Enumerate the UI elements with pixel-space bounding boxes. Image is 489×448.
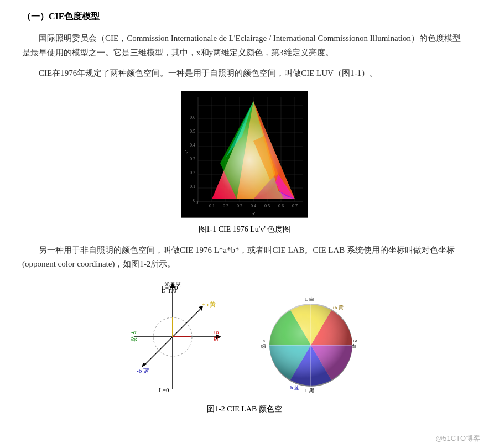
section-title: （一）CIE色度模型 <box>22 11 467 23</box>
svg-text:0.1: 0.1 <box>190 184 195 189</box>
svg-text:-b 蓝: -b 蓝 <box>289 385 299 390</box>
svg-text:红: 红 <box>352 343 357 349</box>
svg-text:0.1: 0.1 <box>209 204 215 209</box>
svg-text:L=100: L=100 <box>162 288 176 294</box>
cie-luv-chart: 0 0.1 0.2 0.3 0.4 0.5 0.6 0.7 0 0.1 0.2 … <box>181 91 308 218</box>
paragraph-1: 国际照明委员会（CIE，Commission Internationale de… <box>22 32 467 60</box>
watermark: @51CTO博客 <box>435 434 480 444</box>
svg-text:0.4: 0.4 <box>251 204 256 209</box>
svg-text:-b 蓝: -b 蓝 <box>137 367 149 374</box>
svg-text:0.5: 0.5 <box>264 204 270 209</box>
svg-text:绿: 绿 <box>131 335 137 342</box>
svg-text:0: 0 <box>193 198 195 203</box>
svg-text:0.4: 0.4 <box>190 143 195 148</box>
svg-text:0: 0 <box>196 200 198 205</box>
figure-1-container: 0 0.1 0.2 0.3 0.4 0.5 0.6 0.7 0 0.1 0.2 … <box>22 91 467 220</box>
svg-text:L=0: L=0 <box>159 387 169 393</box>
svg-text:0.6: 0.6 <box>190 115 195 120</box>
svg-text:L 白: L 白 <box>305 296 314 302</box>
svg-text:v': v' <box>184 149 189 153</box>
svg-text:0.7: 0.7 <box>292 204 298 209</box>
figure-1-caption: 图1-1 CIE 1976 Lu'v' 色度图 <box>22 225 467 235</box>
svg-text:-α: -α <box>131 329 137 335</box>
svg-text:光亮度: 光亮度 <box>164 282 181 287</box>
svg-text:+α: +α <box>212 329 219 335</box>
svg-text:+b 黄: +b 黄 <box>332 305 344 310</box>
svg-text:0.5: 0.5 <box>190 129 195 134</box>
svg-text:0.2: 0.2 <box>190 170 195 175</box>
svg-text:-a: -a <box>261 338 265 343</box>
svg-text:0.2: 0.2 <box>223 204 228 209</box>
lab-color-wheel: L 白 L 黑 +a 红 -a 绿 +b 黄 -b 蓝 <box>250 282 361 398</box>
svg-text:绿: 绿 <box>261 343 266 349</box>
figure-2-container: L=100 L=0 -α 绿 +α 红 +b 黄 -b 蓝 <box>22 282 467 400</box>
svg-text:+a: +a <box>352 338 357 343</box>
svg-text:0.3: 0.3 <box>237 204 242 209</box>
svg-text:红: 红 <box>214 335 220 342</box>
paragraph-3: 另一种用于非自照明的颜色空间，叫做CIE 1976 L*a*b*，或者叫CIE … <box>22 243 467 272</box>
lab-axis-diagram: L=100 L=0 -α 绿 +α 红 +b 黄 -b 蓝 <box>128 282 239 398</box>
svg-text:0.3: 0.3 <box>190 157 195 162</box>
figure-2-caption: 图1-2 CIE LAB 颜色空 <box>22 404 467 414</box>
paragraph-2: CIE在1976年规定了两种颜色空间。一种是用于自照明的颜色空间，叫做CIE L… <box>22 66 467 81</box>
svg-text:+b 黄: +b 黄 <box>202 301 216 308</box>
svg-text:u': u' <box>252 211 256 216</box>
svg-text:0.6: 0.6 <box>278 204 284 209</box>
svg-text:L 黑: L 黑 <box>305 388 314 393</box>
svg-line-56 <box>145 337 173 364</box>
